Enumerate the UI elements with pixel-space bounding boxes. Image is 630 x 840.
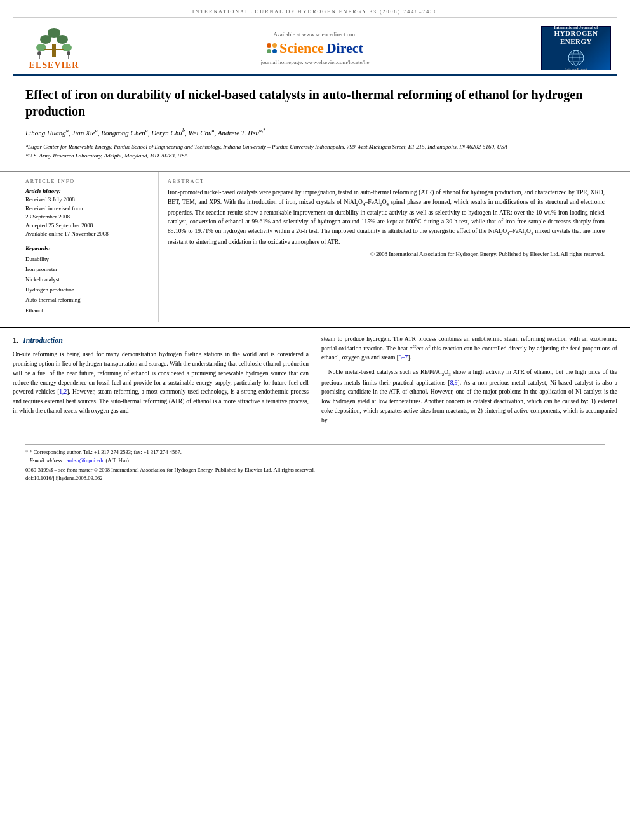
footer-email-link[interactable]: anhsu@iupui.edu bbox=[67, 457, 105, 463]
svg-point-2 bbox=[57, 35, 68, 44]
authors-line: Lihong Huanga, Jian Xiea, Rongrong Chena… bbox=[25, 127, 605, 138]
journal-homepage: journal homepage: www.elsevier.com/locat… bbox=[261, 59, 370, 65]
center-header: Available at www.sciencedirect.com Scien… bbox=[89, 31, 541, 65]
footer-email-line: E-mail address: anhsu@iupui.edu (A.T. Hs… bbox=[25, 457, 605, 465]
body-two-col: 1. Introduction On-site reforming is bei… bbox=[13, 335, 617, 430]
sciencedirect-science: Science bbox=[279, 40, 324, 57]
accepted-date: Accepted 25 September 2008 bbox=[25, 222, 151, 230]
footer-corresponding-text: * Corresponding author. Tel.: +1 317 274… bbox=[29, 449, 182, 455]
kw-hydrogen-production: Hydrogen production bbox=[25, 284, 151, 295]
article-history-group: Article history: Received 3 July 2008 Re… bbox=[25, 188, 151, 239]
affiliation-a: ᵃLugar Center for Renewable Energy, Purd… bbox=[25, 143, 605, 152]
article-info-col: ARTICLE INFO Article history: Received 3… bbox=[13, 172, 159, 322]
abstract-header: ABSTRACT bbox=[168, 178, 605, 184]
revised-date: 23 September 2008 bbox=[25, 213, 151, 222]
body-left-col: 1. Introduction On-site reforming is bei… bbox=[13, 335, 309, 430]
article-title: Effect of iron on durability of nickel-b… bbox=[25, 86, 605, 119]
keywords-section: Keywords: Durability Iron promoter Nicke… bbox=[25, 245, 151, 316]
affiliation-b: ᵇU.S. Army Research Laboratory, Adelphi,… bbox=[25, 152, 605, 161]
received-date: Received 3 July 2008 bbox=[25, 196, 151, 204]
abstract-text: Iron-promoted nickel-based catalysts wer… bbox=[168, 188, 605, 246]
elsevier-tree-icon bbox=[32, 25, 76, 60]
section1-title: 1. Introduction bbox=[13, 335, 309, 347]
author-lihong: Lihong Huanga, Jian Xiea, Rongrong Chena… bbox=[25, 129, 265, 137]
svg-point-3 bbox=[36, 44, 46, 51]
svg-point-8 bbox=[37, 51, 41, 55]
sd-dots-icon bbox=[267, 43, 277, 53]
elsevier-brand-text: ELSEVIER bbox=[29, 60, 79, 70]
page: INTERNATIONAL JOURNAL OF HYDROGEN ENERGY… bbox=[0, 0, 630, 840]
footer-corresponding: * * Corresponding author. Tel.: +1 317 2… bbox=[25, 448, 605, 457]
keywords-label: Keywords: bbox=[25, 245, 151, 251]
kw-durability: Durability bbox=[25, 254, 151, 264]
svg-point-1 bbox=[40, 35, 51, 44]
header-logos: ELSEVIER Available at www.sciencedirect.… bbox=[13, 22, 617, 76]
article-info-abstract: ARTICLE INFO Article history: Received 3… bbox=[0, 171, 630, 322]
he-globe-icon bbox=[563, 48, 589, 67]
abstract-col: ABSTRACT Iron-promoted nickel-based cata… bbox=[159, 172, 617, 322]
footer-email-name: (A.T. Hsu). bbox=[106, 457, 131, 463]
section1-title-text: Introduction bbox=[23, 336, 63, 345]
kw-nickel-catalyst: Nickel catalyst bbox=[25, 274, 151, 284]
affiliations: ᵃLugar Center for Renewable Energy, Purd… bbox=[25, 143, 605, 160]
body-section: 1. Introduction On-site reforming is bei… bbox=[0, 327, 630, 430]
article-info-header: ARTICLE INFO bbox=[25, 178, 151, 184]
revised-label: Received in revised form bbox=[25, 204, 151, 213]
body-right-col: steam to produce hydrogen. The ATR proce… bbox=[321, 335, 617, 430]
he-sciencedirect-sub: ScienceDirect bbox=[565, 67, 587, 70]
kw-atr: Auto-thermal reforming bbox=[25, 295, 151, 305]
svg-rect-5 bbox=[52, 44, 56, 57]
article-history-label: Article history: bbox=[25, 188, 151, 194]
he-title-text: HYDROGENENERGY bbox=[554, 29, 598, 46]
svg-point-4 bbox=[62, 44, 72, 51]
intro-para-1: On-site reforming is being used for many… bbox=[13, 350, 309, 415]
footer-doi: doi:10.1016/j.ijhydene.2008.09.062 bbox=[25, 475, 605, 481]
ref-link-89[interactable]: 8,9 bbox=[450, 380, 458, 386]
article-header: Effect of iron on durability of nickel-b… bbox=[0, 76, 630, 169]
available-text: Available at www.sciencedirect.com bbox=[273, 31, 356, 37]
svg-point-10 bbox=[67, 51, 70, 55]
ref-link-37[interactable]: 3–7 bbox=[399, 354, 408, 361]
available-online: Available online 17 November 2008 bbox=[25, 230, 151, 239]
footer-issn: 0360-3199/$ – see front matter © 2008 In… bbox=[25, 467, 605, 473]
intro-para-right-2: Noble metal-based catalysts such as Rh/P… bbox=[321, 368, 617, 425]
kw-iron-promoter: Iron promoter bbox=[25, 264, 151, 274]
page-footer: * * Corresponding author. Tel.: +1 317 2… bbox=[0, 439, 630, 485]
footer-email-label: E-mail address: bbox=[29, 457, 64, 463]
elsevier-logo: ELSEVIER bbox=[19, 25, 89, 70]
ref-link-12[interactable]: 1,2 bbox=[59, 389, 67, 395]
section1-num: 1. bbox=[13, 336, 18, 345]
journal-title-top: INTERNATIONAL JOURNAL OF HYDROGEN ENERGY… bbox=[13, 5, 617, 18]
hydrogen-energy-logo: International Journal of HYDROGENENERGY … bbox=[541, 26, 611, 70]
sciencedirect-direct: Direct bbox=[326, 40, 363, 57]
intro-para-right-1: steam to produce hydrogen. The ATR proce… bbox=[321, 335, 617, 363]
copyright-text: © 2008 International Association for Hyd… bbox=[168, 251, 605, 257]
header-bar: INTERNATIONAL JOURNAL OF HYDROGEN ENERGY… bbox=[0, 0, 630, 76]
sciencedirect-logo: ScienceDirect bbox=[267, 40, 363, 57]
kw-ethanol: Ethanol bbox=[25, 305, 151, 316]
